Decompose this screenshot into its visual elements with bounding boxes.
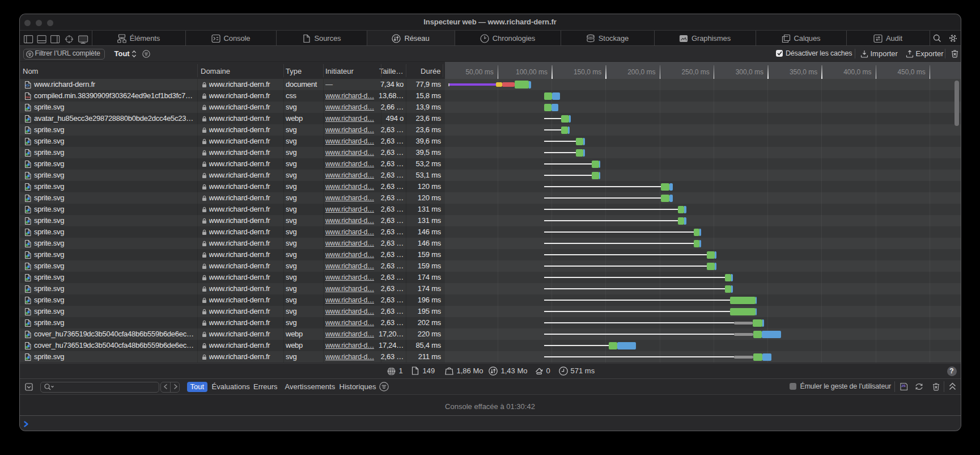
svg-text:css: css (25, 95, 30, 99)
svg-text:<>: <> (25, 83, 29, 87)
svg-text:JS: JS (901, 384, 905, 387)
